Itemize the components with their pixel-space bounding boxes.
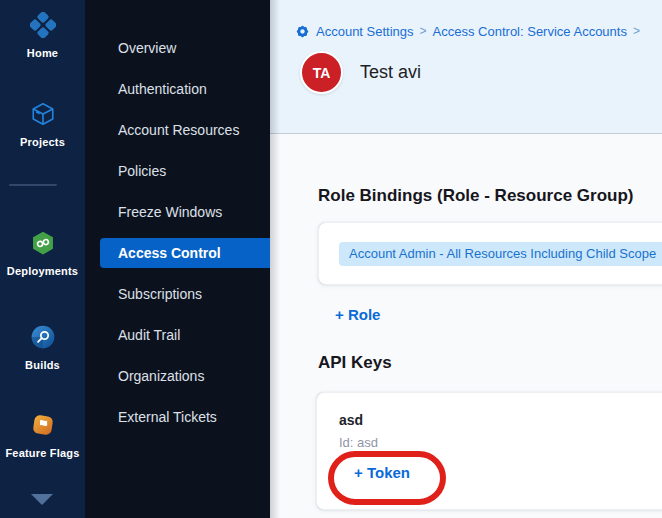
avatar: TA (300, 51, 343, 94)
chevron-down-icon[interactable] (31, 494, 53, 505)
api-key-name: asd (339, 412, 363, 428)
settings-nav-item-external-tickets[interactable]: External Tickets (100, 402, 270, 432)
add-token-button[interactable]: + Token (354, 464, 410, 481)
api-key-card: asd Id: asd + Token (316, 392, 662, 510)
settings-nav-item-authentication[interactable]: Authentication (100, 74, 270, 104)
settings-nav-item-freeze-windows[interactable]: Freeze Windows (100, 197, 270, 227)
feature-flags-icon (0, 412, 85, 442)
projects-icon (0, 101, 85, 131)
breadcrumb-separator: > (633, 24, 640, 38)
rail-item-label: Projects (0, 136, 85, 148)
rail-item-feature-flags[interactable]: Feature Flags (0, 412, 85, 459)
main-pane: Account Settings > Access Control: Servi… (270, 0, 662, 518)
gear-icon (295, 24, 310, 39)
settings-nav-item-policies[interactable]: Policies (100, 156, 270, 186)
rail-item-builds[interactable]: Builds (0, 324, 85, 371)
role-bindings-card: Account Admin - All Resources Including … (318, 222, 662, 285)
breadcrumb: Account Settings > Access Control: Servi… (295, 23, 640, 39)
settings-nav-item-audit-trail[interactable]: Audit Trail (100, 320, 270, 350)
page-title: Test avi (360, 62, 421, 83)
settings-nav-item-subscriptions[interactable]: Subscriptions (100, 279, 270, 309)
role-bindings-heading: Role Bindings (Role - Resource Group) (318, 186, 633, 206)
rail-item-label: Home (0, 47, 85, 59)
settings-nav-item-account-resources[interactable]: Account Resources (100, 115, 270, 145)
module-rail: Home Projects Deployments (0, 0, 85, 518)
api-key-id: Id: asd (339, 435, 378, 450)
rail-divider (9, 184, 57, 186)
settings-nav-item-organizations[interactable]: Organizations (100, 361, 270, 391)
rail-item-projects[interactable]: Projects (0, 101, 85, 148)
home-icon (0, 12, 85, 42)
rail-item-label: Feature Flags (0, 447, 85, 459)
rail-item-label: Builds (0, 359, 85, 371)
builds-icon (0, 324, 85, 354)
rail-item-deployments[interactable]: Deployments (0, 230, 85, 277)
role-binding-chip-partial (656, 242, 662, 266)
add-role-button[interactable]: + Role (335, 306, 380, 323)
rail-item-home[interactable]: Home (0, 12, 85, 59)
settings-nav-item-overview[interactable]: Overview (100, 33, 270, 63)
breadcrumb-link-account-settings[interactable]: Account Settings (316, 24, 414, 39)
rail-item-label: Deployments (0, 265, 85, 277)
role-binding-chip: Account Admin - All Resources Including … (339, 242, 662, 266)
settings-nav: Overview Authentication Account Resource… (85, 0, 270, 518)
breadcrumb-separator: > (420, 24, 427, 38)
breadcrumb-link-access-control[interactable]: Access Control: Service Accounts (433, 24, 627, 39)
page-header: Account Settings > Access Control: Servi… (270, 0, 662, 134)
api-keys-heading: API Keys (318, 353, 392, 373)
deployments-icon (0, 230, 85, 260)
settings-nav-item-access-control[interactable]: Access Control (100, 238, 270, 268)
